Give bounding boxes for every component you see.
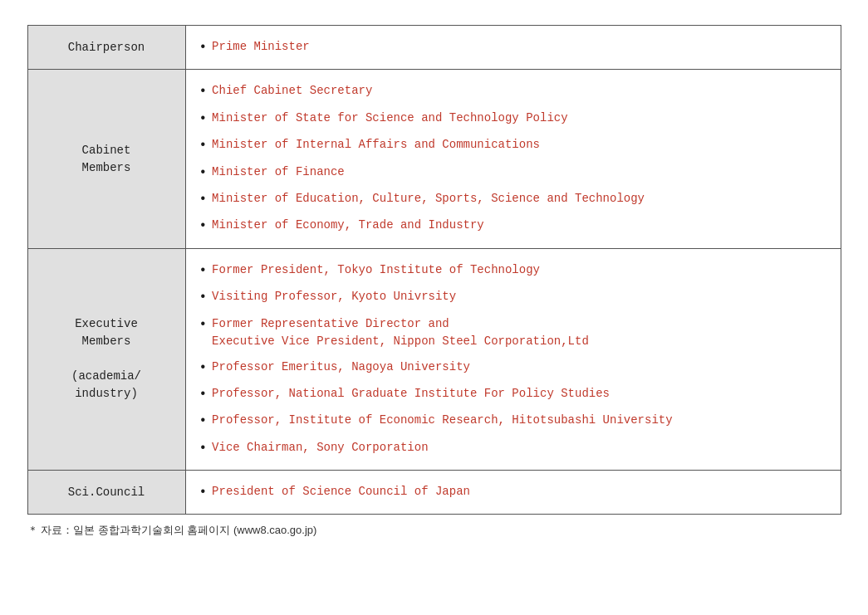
item-text: Minister of Education, Culture, Sports, … [212,190,645,207]
bullet-item: •Professor Emeritus, Nagoya University [199,354,827,381]
item-text: Professor Emeritus, Nagoya University [212,359,470,376]
row-content: •Former President, Tokyo Institute of Te… [186,249,841,470]
bullet-icon: • [199,412,208,430]
item-text: Minister of Economy, Trade and Industry [212,217,484,234]
item-text: Professor, National Graduate Institute F… [212,385,610,403]
bullet-icon: • [199,190,208,208]
item-text: Chief Cabinet Secretary [212,82,372,100]
bullet-item: •Minister of Internal Affairs and Commun… [199,132,827,159]
item-text: Vice Chairman, Sony Corporation [212,439,428,456]
item-text: Professor, Institute of Economic Researc… [212,412,673,429]
bullet-item: •Professor, National Graduate Institute … [199,381,827,408]
row-content: •Chief Cabinet Secretary•Minister of Sta… [186,70,841,247]
bullet-icon: • [199,82,208,100]
bullet-icon: • [199,217,208,235]
item-text: Former Representative Director and Execu… [212,315,589,350]
row-content: •President of Science Council of Japan [186,471,841,514]
table-row: ExecutiveMembers(academia/industry)•Form… [28,249,841,471]
item-text: President of Science Council of Japan [212,483,470,500]
footnote-section: ＊ 자료：일본 종합과학기술회의 홈페이지 (www8.cao.go.jp) [27,523,841,538]
bullet-icon: • [199,261,208,280]
bullet-item: •Former Representative Director and Exec… [199,311,827,354]
bullet-icon: • [199,38,208,56]
row-label: Sci.Council [28,471,186,514]
item-text: Minister of Internal Affairs and Communi… [212,136,540,154]
bullet-icon: • [199,164,208,182]
main-table: Chairperson•Prime MinisterCabinetMembers… [27,25,841,515]
bullet-icon: • [199,315,208,334]
row-label: Chairperson [28,26,186,69]
bullet-item: •Minister of Education, Culture, Sports,… [199,186,827,212]
table-row: Chairperson•Prime Minister [28,26,841,70]
item-text: Former President, Tokyo Institute of Tec… [212,261,540,279]
bullet-item: •Professor, Institute of Economic Resear… [199,408,827,434]
bullet-item: •Visiting Professor, Kyoto Univrsity [199,284,827,310]
bullet-icon: • [199,359,208,377]
bullet-icon: • [199,483,208,501]
bullet-icon: • [199,110,208,128]
item-text: Minister of Finance [212,164,345,181]
row-label: CabinetMembers [28,70,186,247]
row-content: •Prime Minister [186,26,841,69]
bullet-item: •Minister of State for Science and Techn… [199,105,827,132]
bullet-item: •Former President, Tokyo Institute of Te… [199,257,827,284]
table-row: Sci.Council•President of Science Council… [28,471,841,514]
row-label: ExecutiveMembers(academia/industry) [28,249,186,470]
footnote-text: ＊ 자료：일본 종합과학기술회의 홈페이지 (www8.cao.go.jp) [27,524,317,536]
item-text: Minister of State for Science and Techno… [212,110,567,127]
bullet-item: •President of Science Council of Japan [199,479,827,505]
bullet-icon: • [199,385,208,403]
item-text: Visiting Professor, Kyoto Univrsity [212,288,456,305]
item-text: Prime Minister [212,38,310,56]
bullet-icon: • [199,136,208,154]
bullet-item: •Minister of Finance [199,159,827,186]
bullet-item: •Vice Chairman, Sony Corporation [199,435,827,461]
bullet-icon: • [199,439,208,457]
bullet-icon: • [199,288,208,306]
table-row: CabinetMembers•Chief Cabinet Secretary•M… [28,70,841,248]
bullet-item: •Chief Cabinet Secretary [199,78,827,105]
bullet-item: •Prime Minister [199,34,827,61]
bullet-item: •Minister of Economy, Trade and Industry [199,212,827,239]
